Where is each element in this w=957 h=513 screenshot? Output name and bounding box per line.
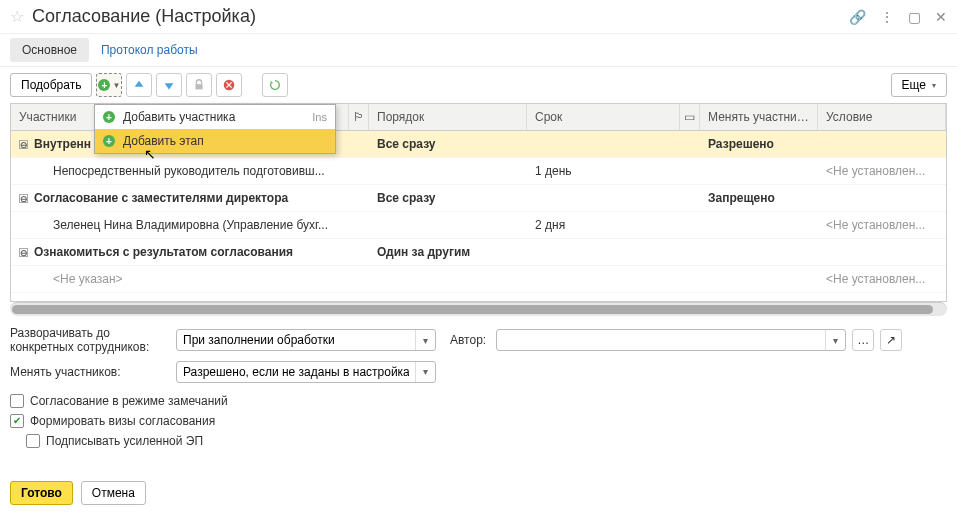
dropdown-add-stage[interactable]: + Добавить этап: [95, 129, 335, 153]
change-label: Менять участников:: [10, 365, 170, 379]
delete-button[interactable]: [216, 73, 242, 97]
more-icon[interactable]: ⋮: [880, 9, 894, 25]
close-icon[interactable]: ✕: [935, 9, 947, 25]
col-condition[interactable]: Условие: [818, 104, 946, 130]
row-name: Ознакомиться с результатом согласования: [34, 245, 293, 259]
refresh-button[interactable]: [262, 73, 288, 97]
author-open-button[interactable]: ↗: [880, 329, 902, 351]
table-row[interactable]: ⊖Согласование с заместителями директораВ…: [11, 185, 946, 212]
sign-label: Подписывать усиленной ЭП: [46, 434, 203, 448]
author-label: Автор:: [450, 333, 486, 347]
expand-select[interactable]: ▾: [176, 329, 436, 351]
svg-rect-0: [196, 84, 203, 89]
sign-checkbox[interactable]: [26, 434, 40, 448]
row-name: Непосредственный руководитель подготовив…: [53, 164, 325, 178]
cancel-button[interactable]: Отмена: [81, 481, 146, 505]
change-input[interactable]: [177, 365, 415, 379]
expand-label: Разворачивать до конкретных сотрудников:: [10, 326, 170, 355]
horizontal-scrollbar[interactable]: [10, 302, 947, 316]
dropdown-add-participant[interactable]: + Добавить участника Ins: [95, 105, 335, 129]
add-dropdown: + Добавить участника Ins + Добавить этап: [94, 104, 336, 154]
plus-icon: +: [98, 79, 110, 91]
row-name: Зеленец Нина Владимировна (Управление бу…: [53, 218, 328, 232]
author-input[interactable]: [497, 333, 825, 347]
dropdown-icon[interactable]: ▾: [825, 330, 845, 350]
table-row[interactable]: <Не указан><Не установлен...: [11, 266, 946, 293]
dropdown-icon[interactable]: ▾: [415, 362, 435, 382]
col-deadline[interactable]: Срок: [527, 104, 680, 130]
select-button[interactable]: Подобрать: [10, 73, 92, 97]
col-flag2[interactable]: ▭: [680, 104, 700, 130]
expand-icon[interactable]: ⊖: [19, 140, 28, 149]
plus-icon: +: [103, 111, 115, 123]
window-title: Согласование (Настройка): [32, 6, 841, 27]
col-flag[interactable]: 🏳: [349, 104, 369, 130]
move-up-button[interactable]: [126, 73, 152, 97]
author-select[interactable]: ▾: [496, 329, 846, 351]
table-row[interactable]: Зеленец Нина Владимировна (Управление бу…: [11, 212, 946, 239]
link-icon[interactable]: 🔗: [849, 9, 866, 25]
row-name: Согласование с заместителями директора: [34, 191, 288, 205]
visas-checkbox[interactable]: ✔: [10, 414, 24, 428]
col-change[interactable]: Менять участнико...: [700, 104, 818, 130]
author-pick-button[interactable]: …: [852, 329, 874, 351]
col-order[interactable]: Порядок: [369, 104, 527, 130]
plus-icon: +: [103, 135, 115, 147]
lock-button[interactable]: [186, 73, 212, 97]
tab-main[interactable]: Основное: [10, 38, 89, 62]
tab-protocol[interactable]: Протокол работы: [89, 38, 210, 62]
table-row[interactable]: ⊖Ознакомиться с результатом согласования…: [11, 239, 946, 266]
row-name: Внутренн: [34, 137, 91, 151]
row-name: <Не указан>: [53, 272, 123, 286]
expand-input[interactable]: [177, 333, 415, 347]
table-row[interactable]: Непосредственный руководитель подготовив…: [11, 158, 946, 185]
favorite-star-icon[interactable]: ☆: [10, 7, 24, 26]
expand-icon[interactable]: ⊖: [19, 194, 28, 203]
expand-icon[interactable]: ⊖: [19, 248, 28, 257]
move-down-button[interactable]: [156, 73, 182, 97]
visas-label: Формировать визы согласования: [30, 414, 215, 428]
change-select[interactable]: ▾: [176, 361, 436, 383]
more-button[interactable]: Еще▾: [891, 73, 947, 97]
maximize-icon[interactable]: ▢: [908, 9, 921, 25]
remarks-label: Согласование в режиме замечаний: [30, 394, 228, 408]
dropdown-icon[interactable]: ▾: [415, 330, 435, 350]
done-button[interactable]: Готово: [10, 481, 73, 505]
add-button[interactable]: +▼: [96, 73, 122, 97]
remarks-checkbox[interactable]: [10, 394, 24, 408]
